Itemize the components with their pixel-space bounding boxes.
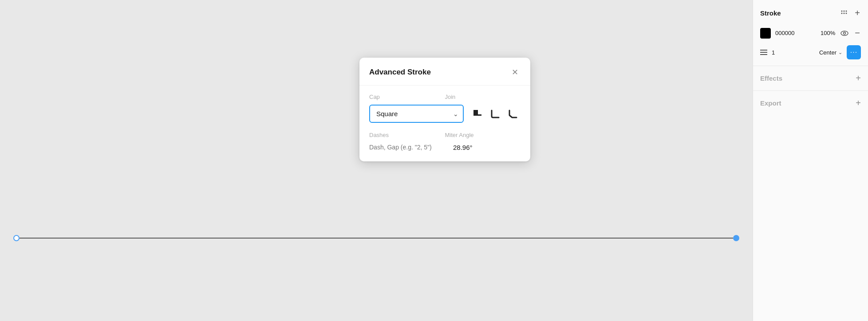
popup-body: Cap Join Square Butt Round ⌄ xyxy=(359,86,530,161)
grid-icon xyxy=(840,10,848,17)
stroke-more-options-button[interactable]: ··· xyxy=(847,45,861,59)
advanced-stroke-popup: Advanced Stroke ✕ Cap Join Square Butt R… xyxy=(359,58,530,161)
join-miter-button[interactable] xyxy=(470,106,485,121)
effects-add-button[interactable]: + xyxy=(856,73,861,83)
line-endpoint-right[interactable] xyxy=(733,235,739,241)
stroke-opacity-value: 100% xyxy=(821,30,835,36)
stroke-remove-button[interactable]: − xyxy=(854,27,861,39)
svg-rect-0 xyxy=(473,110,478,114)
dashes-label: Dashes xyxy=(369,132,445,138)
dash-gap-input[interactable] xyxy=(369,143,447,152)
svg-point-7 xyxy=(846,12,847,14)
hamburger-icon xyxy=(760,50,767,55)
stroke-hex-value: 000000 xyxy=(775,30,794,36)
canvas-area: Advanced Stroke ✕ Cap Join Square Butt R… xyxy=(0,0,753,321)
svg-point-9 xyxy=(844,32,846,34)
join-round-icon xyxy=(490,109,500,119)
popup-dash-row: 28.96° xyxy=(369,143,521,152)
svg-rect-1 xyxy=(473,114,481,116)
effects-section: Effects + xyxy=(753,66,868,91)
popup-controls-row: Square Butt Round ⌄ xyxy=(369,105,521,123)
line-stroke xyxy=(20,238,733,239)
stroke-align-dropdown[interactable]: Center ⌄ xyxy=(819,49,842,56)
miter-angle-label: Miter Angle xyxy=(445,132,521,138)
svg-point-3 xyxy=(844,10,845,12)
eye-icon xyxy=(840,30,848,36)
canvas-line xyxy=(13,235,739,241)
effects-section-title: Effects xyxy=(760,74,782,82)
join-bevel-icon xyxy=(508,109,518,119)
popup-header: Advanced Stroke ✕ xyxy=(359,58,530,86)
svg-point-8 xyxy=(841,31,848,35)
right-panel: Stroke + 000000 100% xyxy=(753,0,868,321)
join-label: Join xyxy=(445,94,521,100)
line-endpoint-left[interactable] xyxy=(13,235,20,241)
stroke-color-row: 000000 100% − xyxy=(753,24,868,43)
stroke-header: Stroke + xyxy=(753,0,868,24)
cap-label: Cap xyxy=(369,94,445,100)
stroke-settings-row: 1 Center ⌄ ··· xyxy=(753,43,868,66)
popup-close-button[interactable]: ✕ xyxy=(509,67,521,78)
join-bevel-button[interactable] xyxy=(505,106,521,121)
export-section-title: Export xyxy=(760,99,781,107)
stroke-visibility-button[interactable] xyxy=(840,29,849,37)
popup-row-labels: Cap Join xyxy=(369,94,521,100)
join-miter-icon xyxy=(473,109,482,119)
join-round-button[interactable] xyxy=(488,106,503,121)
stroke-grid-icon-button[interactable] xyxy=(840,9,848,18)
stroke-align-chevron-icon: ⌄ xyxy=(838,50,842,55)
join-icons xyxy=(470,106,521,121)
export-section: Export + xyxy=(753,91,868,115)
popup-dash-row-labels: Dashes Miter Angle xyxy=(369,132,521,138)
svg-point-2 xyxy=(841,10,843,12)
miter-angle-value: 28.96° xyxy=(453,144,521,151)
stroke-color-swatch[interactable] xyxy=(760,28,771,39)
export-add-button[interactable]: + xyxy=(856,98,861,108)
stroke-section: Stroke + 000000 100% xyxy=(753,0,868,66)
cap-select-wrapper: Square Butt Round ⌄ xyxy=(369,105,464,123)
stroke-width-value: 1 xyxy=(772,49,775,56)
stroke-section-title: Stroke xyxy=(760,9,781,17)
popup-title: Advanced Stroke xyxy=(369,68,431,77)
svg-point-5 xyxy=(841,12,843,14)
svg-point-6 xyxy=(844,12,845,14)
stroke-header-icons: + xyxy=(840,7,861,19)
cap-select[interactable]: Square Butt Round xyxy=(369,105,464,123)
more-dots-icon: ··· xyxy=(850,48,857,56)
stroke-add-button[interactable]: + xyxy=(854,7,861,19)
stroke-align-value: Center xyxy=(819,49,836,56)
svg-point-4 xyxy=(846,10,847,12)
